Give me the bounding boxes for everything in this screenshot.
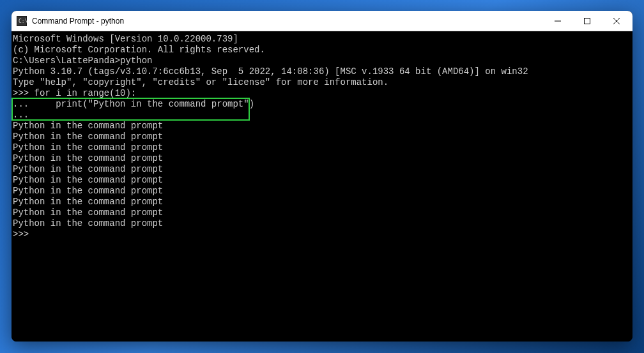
titlebar[interactable]: C:\ Command Prompt - python — [12, 11, 632, 31]
terminal-line: Python in the command prompt — [13, 197, 631, 207]
terminal-line: Python in the command prompt — [13, 153, 631, 164]
maximize-button[interactable] — [572, 11, 602, 31]
close-button[interactable] — [602, 11, 631, 31]
svg-text:C:\: C:\ — [19, 19, 27, 24]
terminal-line: Type "help", "copyright", "credits" or "… — [13, 77, 631, 88]
terminal-line: Python in the command prompt — [13, 218, 631, 229]
terminal-line: Python in the command prompt — [13, 121, 631, 131]
minimize-button[interactable] — [543, 11, 572, 31]
terminal-line: Python in the command prompt — [13, 164, 631, 175]
terminal-line: >>> for i in range(10): — [13, 88, 631, 99]
terminal-area[interactable]: Microsoft Windows [Version 10.0.22000.73… — [12, 31, 632, 342]
terminal-line: Python in the command prompt — [13, 131, 631, 142]
terminal-line: Python in the command prompt — [13, 207, 631, 218]
terminal-line: Python in the command prompt — [13, 142, 631, 153]
app-icon: C:\ — [17, 16, 27, 26]
command-prompt-window: C:\ Command Prompt - python Microsoft Wi… — [12, 11, 632, 342]
terminal-line: Python 3.10.7 (tags/v3.10.7:6cc6b13, Sep… — [13, 66, 631, 77]
terminal-line: Python in the command prompt — [13, 186, 631, 197]
terminal-line: ... — [13, 110, 631, 121]
terminal-line: C:\Users\LattePanda>python — [13, 56, 631, 66]
svg-rect-4 — [585, 18, 590, 24]
terminal-line: (c) Microsoft Corporation. All rights re… — [13, 45, 631, 56]
terminal-line: >>> — [13, 229, 631, 240]
window-title: Command Prompt - python — [32, 17, 543, 26]
terminal-line: Microsoft Windows [Version 10.0.22000.73… — [13, 34, 631, 45]
terminal-line: ... print("Python in the command prompt"… — [13, 99, 631, 110]
terminal-line: Python in the command prompt — [13, 175, 631, 186]
